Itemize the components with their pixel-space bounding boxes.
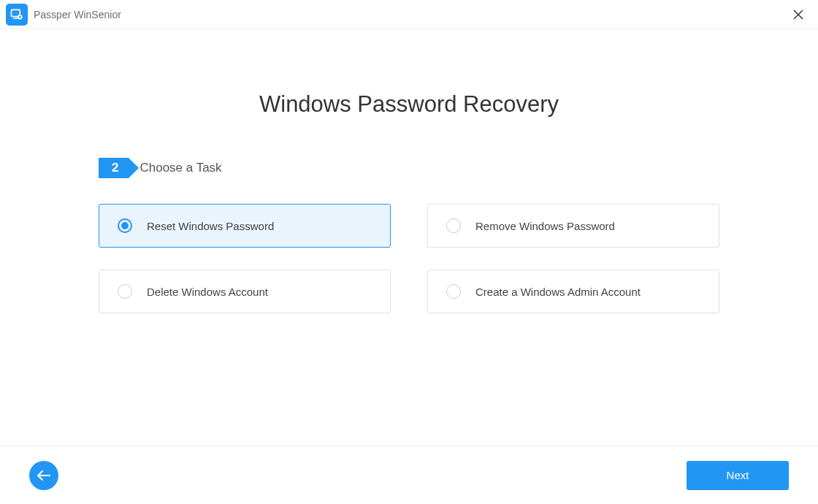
step-header: 2 Choose a Task: [99, 158, 719, 178]
radio-icon: [446, 284, 461, 299]
main-content: Windows Password Recovery 2 Choose a Tas…: [0, 29, 818, 446]
back-button[interactable]: [29, 461, 58, 490]
radio-icon: [446, 218, 461, 233]
option-remove-password[interactable]: Remove Windows Password: [427, 204, 719, 248]
close-icon: [793, 9, 803, 20]
option-create-admin[interactable]: Create a Windows Admin Account: [427, 270, 719, 313]
page-title: Windows Password Recovery: [259, 91, 559, 118]
arrow-left-icon: [37, 470, 51, 481]
svg-rect-4: [19, 16, 21, 18]
close-button[interactable]: [787, 4, 809, 26]
option-label: Remove Windows Password: [475, 220, 615, 232]
option-delete-account[interactable]: Delete Windows Account: [99, 270, 391, 313]
footer: Next: [0, 446, 818, 504]
app-title: Passper WinSenior: [34, 9, 121, 20]
options-grid: Reset Windows Password Remove Windows Pa…: [99, 204, 719, 313]
option-label: Delete Windows Account: [147, 286, 268, 298]
option-label: Reset Windows Password: [147, 220, 274, 232]
titlebar-left: Passper WinSenior: [6, 4, 121, 26]
app-icon: [6, 4, 28, 26]
option-reset-password[interactable]: Reset Windows Password: [99, 204, 391, 248]
titlebar: Passper WinSenior: [0, 0, 818, 29]
step-badge: 2: [99, 158, 129, 178]
radio-icon: [118, 284, 132, 299]
option-label: Create a Windows Admin Account: [475, 286, 641, 298]
next-button[interactable]: Next: [687, 461, 789, 490]
step-label: Choose a Task: [139, 161, 221, 175]
radio-icon: [118, 218, 132, 233]
